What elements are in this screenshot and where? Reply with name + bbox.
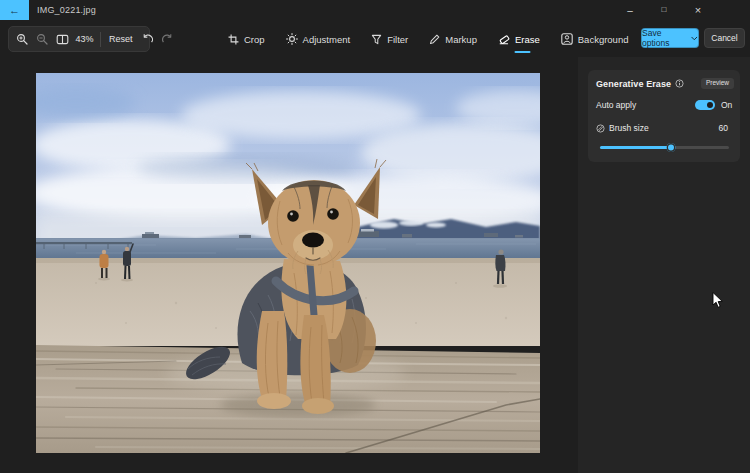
erase-icon	[498, 33, 510, 45]
background-person-icon	[561, 33, 573, 45]
zoom-in-icon[interactable]	[14, 31, 31, 48]
cancel-label: Cancel	[711, 33, 737, 43]
toggle-knob	[707, 102, 713, 108]
adjustment-sun-icon	[286, 33, 298, 45]
brush-size-value: 60	[719, 123, 728, 133]
redo-icon[interactable]	[159, 31, 176, 48]
preview-badge: Preview	[701, 78, 734, 89]
minimize-icon: –	[627, 5, 633, 16]
filter-icon	[371, 34, 382, 45]
minimize-button[interactable]: –	[613, 0, 647, 20]
zoom-out-icon[interactable]	[34, 31, 51, 48]
tab-label: Adjustment	[303, 34, 351, 45]
brush-size-slider[interactable]	[600, 143, 729, 152]
markup-pen-icon	[429, 34, 440, 45]
tab-filter[interactable]: Filter	[371, 26, 408, 52]
tab-adjustment[interactable]: Adjustment	[286, 26, 351, 52]
close-icon: ×	[695, 4, 701, 16]
cancel-button[interactable]: Cancel	[704, 28, 745, 48]
tab-background[interactable]: Background	[561, 26, 629, 52]
undo-icon[interactable]	[139, 31, 156, 48]
auto-apply-toggle[interactable]	[695, 100, 715, 110]
zoom-tools-group: 43% Reset	[8, 26, 150, 52]
compare-view-icon[interactable]	[54, 31, 71, 48]
tab-crop[interactable]: Crop	[228, 26, 265, 52]
close-button[interactable]: ×	[681, 0, 715, 20]
title-bar: ← IMG_0221.jpg – □ ×	[0, 0, 750, 20]
slider-thumb[interactable]	[666, 143, 675, 152]
back-arrow-icon: ←	[9, 5, 20, 16]
edit-tabs: Crop Adjustment Filter Markup Erase	[228, 26, 628, 52]
back-button[interactable]: ←	[0, 0, 29, 20]
photo-dog-on-beach[interactable]	[36, 73, 540, 453]
brush-size-label: Brush size	[609, 123, 649, 133]
mouse-cursor	[712, 292, 724, 313]
save-options-button[interactable]: Save options	[641, 28, 699, 48]
brush-size-icon	[596, 119, 605, 137]
tab-label: Markup	[445, 34, 477, 45]
tab-label: Crop	[244, 34, 265, 45]
window-controls: – □ ×	[613, 0, 715, 20]
tab-markup[interactable]: Markup	[429, 26, 477, 52]
zoom-level-value: 43%	[74, 34, 95, 44]
chevron-down-icon	[691, 36, 698, 41]
tab-erase[interactable]: Erase	[498, 26, 540, 52]
panel-title: Generative Erase	[596, 79, 671, 89]
selected-tab-indicator	[514, 51, 530, 54]
auto-apply-state: On	[721, 100, 734, 110]
maximize-button[interactable]: □	[647, 0, 681, 20]
reset-button[interactable]: Reset	[106, 34, 136, 44]
save-options-label: Save options	[642, 28, 688, 48]
crop-icon	[228, 34, 239, 45]
tab-label: Background	[578, 34, 629, 45]
generative-erase-panel: Generative Erase Preview Auto apply On B…	[578, 57, 750, 473]
slider-fill	[600, 146, 671, 149]
auto-apply-label: Auto apply	[596, 100, 636, 110]
file-tab-label: IMG_0221.jpg	[37, 5, 96, 15]
tab-label: Erase	[515, 34, 540, 45]
edit-toolbar: 43% Reset Crop Adjustment Filter	[0, 20, 750, 57]
photos-app-window: ← IMG_0221.jpg – □ × 43% Reset	[0, 0, 750, 473]
generative-erase-card: Generative Erase Preview Auto apply On B…	[588, 70, 740, 162]
tab-label: Filter	[387, 34, 408, 45]
toolbar-separator	[100, 32, 101, 47]
info-icon[interactable]	[675, 79, 684, 88]
maximize-icon: □	[662, 5, 667, 14]
editor-canvas	[0, 57, 578, 473]
